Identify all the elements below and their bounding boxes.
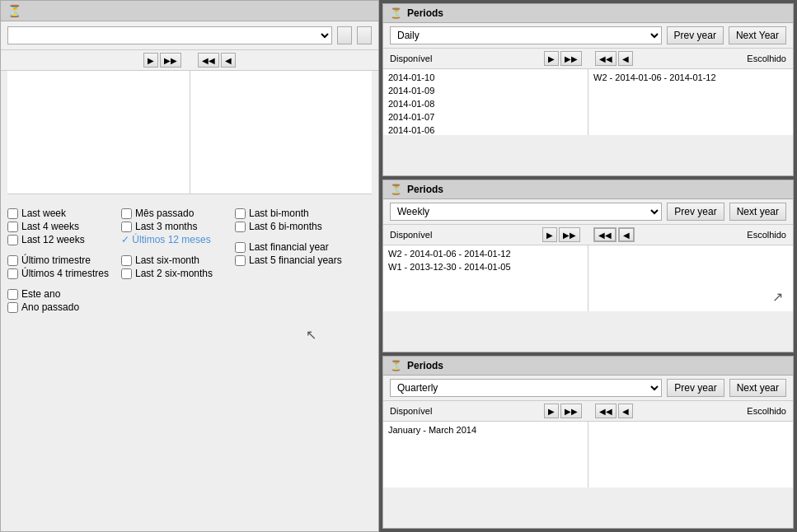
last-week-checkbox[interactable] <box>7 208 18 219</box>
widget-daily-move-left[interactable]: ◀ <box>618 51 633 66</box>
ultimos4-trim-label[interactable]: Últimos 4 trimestres <box>21 268 109 279</box>
last2-sixmonths-label[interactable]: Last 2 six-months <box>135 268 213 279</box>
widget-weekly-select[interactable]: Weekly <box>390 203 662 221</box>
widget-quarterly-prev-btn[interactable]: Prev year <box>667 379 724 397</box>
widget-daily-title: Periods <box>407 7 443 19</box>
widget-daily-move-right-all[interactable]: ▶▶ <box>560 51 582 66</box>
widget-daily-controls: Daily Prev year Next Year <box>383 23 793 49</box>
last5-financial-item: Last 5 financial years <box>235 254 350 267</box>
left-panel-header: ⏳ <box>1 1 378 21</box>
last12-weeks-checkbox[interactable] <box>7 235 18 245</box>
mes-passado-item: Mês passado <box>121 207 228 220</box>
mes-passado-label[interactable]: Mês passado <box>135 208 194 219</box>
last-week-label[interactable]: Last week <box>21 208 66 219</box>
widget-quarterly-list: January - March 2014 <box>383 422 793 488</box>
last5-financial-label[interactable]: Last 5 financial years <box>249 254 342 266</box>
last6-bimonths-label[interactable]: Last 6 bi-months <box>249 221 322 232</box>
list-item[interactable]: 2014-01-10 <box>385 71 586 84</box>
widget-weekly-prev-btn[interactable]: Prev year <box>667 203 724 221</box>
widget-daily-transfer: Disponível ▶ ▶▶ ◀◀ ◀ Escolhido <box>383 49 793 69</box>
widget-weekly-next-btn[interactable]: Next year <box>729 203 786 221</box>
last12-weeks-label[interactable]: Last 12 weeks <box>21 234 85 245</box>
widget-quarterly-move-left-all[interactable]: ◀◀ <box>595 404 617 418</box>
last-financial-label[interactable]: Last financial year <box>249 241 329 253</box>
move-left-one[interactable]: ◀ <box>221 53 236 68</box>
este-ano-label[interactable]: Este ano <box>21 288 60 300</box>
este-ano-item: Este ano <box>7 287 115 301</box>
widget-quarterly-controls: Quarterly Prev year Next year <box>383 376 793 401</box>
last-sixmonth-label[interactable]: Last six-month <box>135 254 199 266</box>
widget-weekly-move-left[interactable]: ◀ <box>618 227 635 242</box>
last-bimonth-item: Last bi-month <box>235 207 350 220</box>
ultimo-trim-label[interactable]: Último trimestre <box>21 254 91 266</box>
widget-daily-move-right[interactable]: ▶ <box>544 51 559 66</box>
last2-sixmonths-checkbox[interactable] <box>121 268 132 279</box>
widget-quarterly-select[interactable]: Quarterly <box>390 379 662 397</box>
mouse-cursor-icon: ↖ <box>306 327 316 343</box>
clock-icon-3: ⏳ <box>390 360 402 371</box>
clock-icon: ⏳ <box>7 4 21 17</box>
widget-weekly-move-right[interactable]: ▶ <box>542 227 557 242</box>
prev-year-button[interactable] <box>337 26 352 44</box>
move-right-one[interactable]: ▶ <box>143 53 158 68</box>
last4-weeks-label[interactable]: Last 4 weeks <box>21 221 79 232</box>
widget-weekly-move-left-all[interactable]: ◀◀ <box>593 227 617 242</box>
widget-weekly-chosen-label: Escolhido <box>635 230 787 240</box>
widget-daily-next-btn[interactable]: Next Year <box>729 26 786 44</box>
ano-passado-checkbox[interactable] <box>7 302 18 313</box>
este-ano-checkbox[interactable] <box>7 289 18 300</box>
widget-daily-move-left-all[interactable]: ◀◀ <box>595 51 617 66</box>
right-panel: ⏳ Periods Daily Prev year Next Year Disp… <box>379 0 797 532</box>
left-cursor-area: ↖ <box>1 319 378 352</box>
last3-months-checkbox[interactable] <box>121 222 132 232</box>
move-left-all[interactable]: ◀◀ <box>198 53 219 68</box>
mes-passado-checkbox[interactable] <box>121 208 132 219</box>
list-item[interactable]: 2014-01-08 <box>385 97 586 110</box>
widget-quarterly-move-right[interactable]: ▶ <box>544 404 559 418</box>
ano-passado-label[interactable]: Ano passado <box>21 301 79 313</box>
list-item[interactable]: 2014-01-06 <box>385 124 586 135</box>
last-financial-checkbox[interactable] <box>235 242 246 253</box>
move-right-all[interactable]: ▶▶ <box>160 53 181 68</box>
list-item[interactable]: 2014-01-09 <box>385 84 586 97</box>
mouse-cursor-icon-2: ↗ <box>772 289 783 305</box>
widget-quarterly-chosen <box>588 422 793 488</box>
last4-weeks-checkbox[interactable] <box>7 222 18 232</box>
widget-quarterly-next-btn[interactable]: Next year <box>729 379 786 397</box>
widget-quarterly-move-left[interactable]: ◀ <box>618 404 633 418</box>
left-top-controls <box>1 21 378 50</box>
period-type-select[interactable] <box>7 26 332 44</box>
widget-quarterly-move-right-all[interactable]: ▶▶ <box>560 404 582 418</box>
list-item[interactable]: January - March 2014 <box>385 423 586 436</box>
widget-quarterly-header: ⏳ Periods <box>383 357 793 376</box>
list-item[interactable]: W1 - 2013-12-30 - 2014-01-05 <box>385 260 586 273</box>
available-list <box>7 71 190 194</box>
list-item[interactable]: W2 - 2014-01-06 - 2014-01-12 <box>385 247 586 260</box>
ultimo-trim-checkbox[interactable] <box>7 255 18 266</box>
ultimos12-meses-label[interactable]: ✓ Últimos 12 meses <box>121 234 211 245</box>
last4-weeks-item: Last 4 weeks <box>7 220 115 233</box>
last-bimonth-checkbox[interactable] <box>235 208 246 219</box>
widget-weekly-move-right-all[interactable]: ▶▶ <box>559 227 580 242</box>
last-sixmonth-checkbox[interactable] <box>121 255 132 266</box>
last6-bimonths-checkbox[interactable] <box>235 222 246 232</box>
last-bimonth-label[interactable]: Last bi-month <box>249 208 309 219</box>
list-item[interactable]: 2014-01-07 <box>385 110 586 124</box>
last5-financial-checkbox[interactable] <box>235 255 246 266</box>
widget-weekly-list: W2 - 2014-01-06 - 2014-01-12 W1 - 2013-1… <box>383 245 793 311</box>
last3-months-label[interactable]: Last 3 months <box>135 221 197 232</box>
last12-weeks-item: Last 12 weeks <box>7 233 115 246</box>
list-item[interactable]: W2 - 2014-01-06 - 2014-01-12 <box>590 71 791 84</box>
ultimo-trim-item: Último trimestre <box>7 254 115 267</box>
widget-daily-select[interactable]: Daily <box>390 26 662 44</box>
widget-daily-prev-btn[interactable]: Prev year <box>667 26 724 44</box>
widget-quarterly-transfer: Disponível ▶ ▶▶ ◀◀ ◀ Escolhido <box>383 401 793 422</box>
widget-weekly: ⏳ Periods Weekly Prev year Next year Dis… <box>382 180 794 352</box>
col-bimonths: Last bi-month Last 6 bi-months Last fina… <box>235 199 350 314</box>
next-year-button[interactable] <box>357 26 372 44</box>
widget-daily-chosen: W2 - 2014-01-06 - 2014-01-12 <box>588 69 793 135</box>
ultimos4-trim-checkbox[interactable] <box>7 268 18 279</box>
left-periods-panel: ⏳ ▶ ▶▶ ◀◀ ◀ <box>0 0 379 532</box>
clock-icon-2: ⏳ <box>390 184 402 195</box>
widget-weekly-controls: Weekly Prev year Next year <box>383 199 793 225</box>
